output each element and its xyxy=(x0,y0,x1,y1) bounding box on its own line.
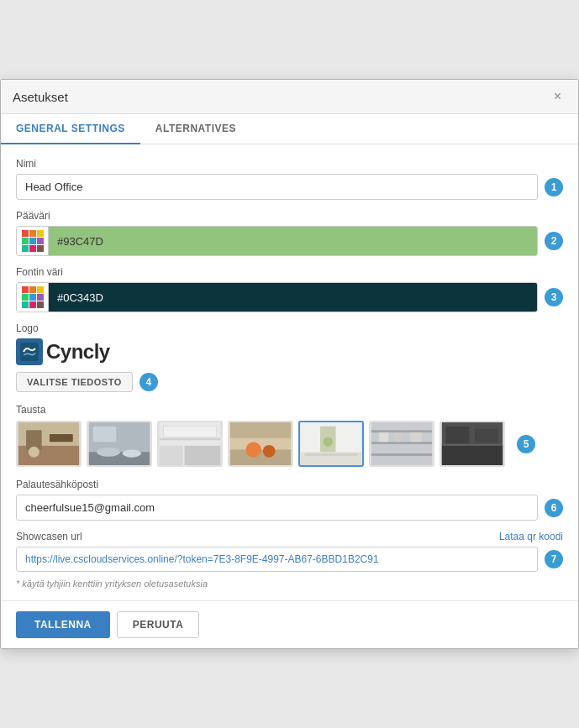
logo-label: Logo xyxy=(16,322,563,334)
paaavari-badge: 2 xyxy=(545,232,563,250)
paaavari-color-field[interactable]: #93C47D xyxy=(16,226,538,256)
svg-point-19 xyxy=(263,445,276,458)
svg-point-9 xyxy=(123,449,141,457)
showcasen-url-row: 7 xyxy=(16,547,563,572)
dialog-title: Asetukset xyxy=(13,90,68,104)
thumb-2-img xyxy=(88,422,150,465)
svg-rect-35 xyxy=(445,427,469,443)
color-grid-icon xyxy=(22,230,44,252)
svg-rect-29 xyxy=(371,453,432,456)
dialog-footer: TALLENNA PERUUTA xyxy=(1,600,578,648)
thumb-1[interactable] xyxy=(16,421,82,467)
fontin-vari-label: Fontin väri xyxy=(16,266,563,278)
hint-text: * käytä tyhjiin kenttiin yrityksen oletu… xyxy=(16,579,563,589)
logo-area: Cyncly xyxy=(16,338,563,365)
close-button[interactable]: × xyxy=(549,88,566,105)
showcasen-url-label: Showcasen url xyxy=(16,531,82,542)
thumb-5-img xyxy=(300,422,362,465)
tausta-badge: 5 xyxy=(517,435,535,453)
email-input[interactable] xyxy=(16,495,538,521)
tausta-row: Tausta xyxy=(16,404,563,416)
thumbnails-row: 5 xyxy=(16,421,563,467)
thumb-4-img xyxy=(229,422,292,465)
file-btn-badge: 4 xyxy=(139,373,158,391)
palautasahkoposti-row: 6 xyxy=(16,495,563,521)
url-input[interactable] xyxy=(16,547,538,572)
thumb-5[interactable] xyxy=(298,421,364,467)
nimi-badge: 1 xyxy=(545,178,563,196)
tab-alternatives[interactable]: ALTERNATIVES xyxy=(140,114,251,144)
thumb-6-img xyxy=(371,422,433,465)
svg-rect-27 xyxy=(371,430,432,432)
showcasen-badge: 7 xyxy=(545,550,563,568)
tausta-label: Tausta xyxy=(16,404,45,416)
svg-rect-10 xyxy=(92,427,116,443)
nimi-input[interactable] xyxy=(16,174,538,200)
svg-rect-15 xyxy=(163,427,216,437)
fontin-vari-row: #0C343D 3 xyxy=(16,282,563,312)
svg-point-8 xyxy=(97,448,120,457)
nimi-label: Nimi xyxy=(16,158,563,170)
fontin-vari-swatch[interactable]: #0C343D xyxy=(49,283,537,312)
svg-rect-32 xyxy=(410,432,422,442)
paaavari-swatch[interactable]: #93C47D xyxy=(49,227,537,255)
svg-rect-4 xyxy=(50,434,73,442)
thumb-4[interactable] xyxy=(228,421,293,467)
thumb-7[interactable] xyxy=(440,421,505,467)
nimi-row: 1 xyxy=(16,174,563,200)
showcasen-header: Showcasen url Lataa qr koodi xyxy=(16,531,563,542)
svg-rect-20 xyxy=(230,422,291,438)
svg-rect-14 xyxy=(185,446,221,465)
svg-rect-12 xyxy=(160,438,220,441)
svg-rect-13 xyxy=(160,446,183,465)
email-badge: 6 xyxy=(545,499,563,517)
settings-dialog: Asetukset × GENERAL SETTINGS ALTERNATIVE… xyxy=(0,79,579,649)
svg-rect-31 xyxy=(395,432,401,442)
svg-rect-28 xyxy=(371,442,432,444)
fontin-vari-color-icon[interactable] xyxy=(17,283,49,312)
palautasahkoposti-header: Palautesähköposti xyxy=(16,479,563,490)
svg-point-5 xyxy=(29,447,39,458)
thumb-1-img xyxy=(18,422,80,465)
file-select-button[interactable]: VALITSE TIEDOSTO xyxy=(16,372,133,392)
tab-general-settings[interactable]: GENERAL SETTINGS xyxy=(1,114,140,144)
svg-rect-36 xyxy=(475,428,498,443)
svg-rect-0 xyxy=(20,343,39,361)
color-grid-icon-2 xyxy=(22,286,44,308)
dialog-header: Asetukset × xyxy=(1,80,578,114)
svg-rect-25 xyxy=(304,453,357,456)
palautasahkoposti-label: Palautesähköposti xyxy=(16,479,98,490)
thumb-7-img xyxy=(441,422,503,465)
logo-icon-square xyxy=(16,338,43,365)
cyncly-logo-mark xyxy=(20,343,39,361)
thumb-6[interactable] xyxy=(369,421,434,467)
dialog-body: Nimi 1 Pääväri xyxy=(1,144,578,600)
paaavari-label: Pääväri xyxy=(16,210,563,222)
save-button[interactable]: TALLENNA xyxy=(16,611,110,638)
thumb-2[interactable] xyxy=(87,421,152,467)
paaavari-row: #93C47D 2 xyxy=(16,226,563,256)
tabs-bar: GENERAL SETTINGS ALTERNATIVES xyxy=(1,114,578,144)
thumb-3-img xyxy=(159,422,221,465)
svg-rect-37 xyxy=(442,444,503,446)
fontin-vari-color-field[interactable]: #0C343D xyxy=(16,282,538,312)
qr-link[interactable]: Lataa qr koodi xyxy=(499,531,563,542)
paaavari-color-icon[interactable] xyxy=(17,227,49,255)
fontin-vari-badge: 3 xyxy=(545,288,563,306)
svg-point-18 xyxy=(245,442,261,458)
thumb-3[interactable] xyxy=(157,421,223,467)
file-btn-row: VALITSE TIEDOSTO 4 xyxy=(16,372,563,392)
svg-rect-34 xyxy=(442,446,503,465)
logo-text: Cyncly xyxy=(46,340,110,364)
svg-rect-30 xyxy=(379,432,388,442)
svg-point-24 xyxy=(324,437,333,447)
cancel-button[interactable]: PERUUTA xyxy=(117,611,200,638)
